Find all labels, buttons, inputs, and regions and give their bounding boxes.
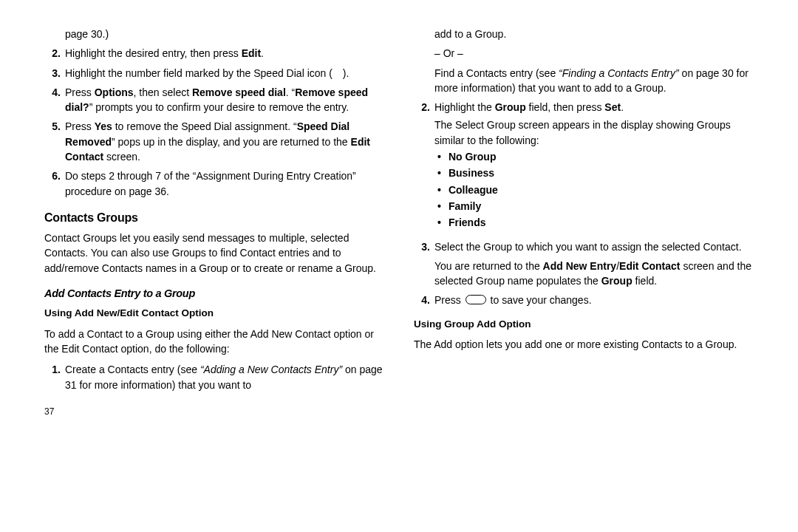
list-item: 1. Create a Contacts entry (see “Adding … — [44, 362, 384, 392]
step-body: Do steps 2 through 7 of the “Assignment … — [65, 168, 384, 199]
manual-page: page 30.) 2. Highlight the desired entry… — [0, 0, 798, 532]
step-body: Press to save your changes. — [434, 293, 754, 307]
text: Select the Group to which you want to as… — [434, 241, 742, 253]
bold-text: Group — [601, 275, 632, 287]
group-option: No Group — [434, 149, 754, 164]
text: Press — [65, 120, 95, 132]
step-number: 5. — [44, 119, 61, 164]
bold-text: Edit — [242, 47, 261, 59]
list-item: 2. Highlight the desired entry, then pre… — [44, 46, 384, 61]
text: Highlight the — [434, 101, 495, 113]
list-item: 6. Do steps 2 through 7 of the “Assignme… — [44, 168, 384, 199]
subsubsection-using-group-add: Using Group Add Option — [414, 317, 754, 332]
subsub-body-2: The Add option lets you add one or more … — [414, 337, 754, 352]
section-heading-contacts-groups: Contacts Groups — [44, 209, 384, 226]
list-item: 5. Press Yes to remove the Speed Dial as… — [44, 119, 384, 164]
left-column: page 30.) 2. Highlight the desired entry… — [44, 27, 384, 517]
list-item: 2. Highlight the Group field, then press… — [414, 100, 754, 234]
bold-text: Add New Entry — [543, 260, 617, 272]
step-number: 6. — [44, 168, 61, 199]
text: Highlight the desired entry, then press — [65, 47, 242, 59]
subsection-add-contacts-entry: Add Contacts Entry to a Group — [44, 286, 384, 301]
speed-dial-steps: 2. Highlight the desired entry, then pre… — [44, 46, 384, 199]
step-body: Highlight the number field marked by the… — [65, 66, 384, 81]
step-body: Press Options, then select Remove speed … — [65, 85, 384, 115]
bold-text: Set — [604, 101, 621, 113]
subsubsection-using-add-new: Using Add New/Edit Contact Option — [44, 306, 384, 321]
step-body: Select the Group to which you want to as… — [434, 239, 754, 289]
step-number: 4. — [44, 85, 61, 115]
step-number: 3. — [44, 66, 61, 81]
list-item: 4. Press Options, then select Remove spe… — [44, 85, 384, 115]
text: You are returned to the — [434, 260, 543, 272]
text: . “ — [286, 86, 295, 98]
bold-text: Edit Contact — [619, 260, 680, 272]
text: Create a Contacts entry (see — [65, 364, 200, 375]
bold-text: Yes — [95, 120, 112, 132]
or-separator: – Or – — [434, 46, 754, 61]
bold-text: Group — [495, 101, 526, 113]
group-steps: 2. Highlight the Group field, then press… — [414, 100, 754, 308]
step-body: Create a Contacts entry (see “Adding a N… — [65, 362, 384, 392]
group-option: Family — [434, 199, 754, 214]
subsub-body: To add a Contact to a Group using either… — [44, 327, 384, 357]
list-item: 4. Press to save your changes. — [414, 293, 754, 307]
text: ” pops up in the display, and you are re… — [112, 136, 351, 148]
text: to save your changes. — [488, 294, 592, 306]
section-body: Contact Groups let you easily send messa… — [44, 231, 384, 276]
group-option: Business — [434, 166, 754, 180]
text: Press — [65, 86, 95, 98]
list-item: 3. Select the Group to which you want to… — [414, 239, 754, 289]
continuation-line-2: Find a Contacts entry (see “Finding a Co… — [434, 66, 754, 96]
step-followup: You are returned to the Add New Entry/Ed… — [434, 259, 754, 289]
step-number: 3. — [414, 239, 430, 289]
text: field. — [632, 275, 657, 287]
step-number: 2. — [414, 100, 430, 234]
step-body: Press Yes to remove the Speed Dial assig… — [65, 119, 384, 164]
group-option: Colleague — [434, 183, 754, 197]
text: to remove the Speed Dial assignment. “ — [112, 120, 297, 132]
group-options-list: No Group Business Colleague Family Frien… — [434, 149, 754, 230]
step-body: Highlight the desired entry, then press … — [65, 46, 384, 61]
page-number: 37 — [44, 406, 384, 418]
text: , then select — [134, 86, 192, 98]
group-option: Friends — [434, 215, 754, 230]
text: Find a Contacts entry (see — [434, 67, 559, 79]
continuation-line: add to a Group. — [434, 27, 754, 41]
step-followup: The Select Group screen appears in the d… — [434, 117, 754, 148]
ok-key-icon — [466, 295, 486, 304]
text: . — [261, 47, 264, 59]
step-number: 4. — [414, 293, 430, 307]
continuation-line: page 30.) — [65, 27, 384, 41]
italic-text: “Finding a Contacts Entry” — [559, 67, 679, 79]
add-contact-steps: 1. Create a Contacts entry (see “Adding … — [44, 362, 384, 392]
text: ” prompts you to confirm your desire to … — [89, 101, 349, 113]
step-number: 1. — [44, 362, 61, 392]
list-item: 3. Highlight the number field marked by … — [44, 66, 384, 81]
text: screen. — [103, 151, 140, 163]
text: . — [621, 101, 624, 113]
bold-text: Remove speed dial — [192, 86, 286, 98]
bold-text: Options — [95, 86, 134, 98]
italic-text: “Adding a New Contacts Entry” — [200, 364, 342, 375]
text: Press — [434, 294, 464, 306]
right-column: add to a Group. – Or – Find a Contacts e… — [414, 27, 754, 517]
step-body: Highlight the Group field, then press Se… — [434, 100, 754, 234]
text: field, then press — [526, 101, 605, 113]
step-number: 2. — [44, 46, 61, 61]
